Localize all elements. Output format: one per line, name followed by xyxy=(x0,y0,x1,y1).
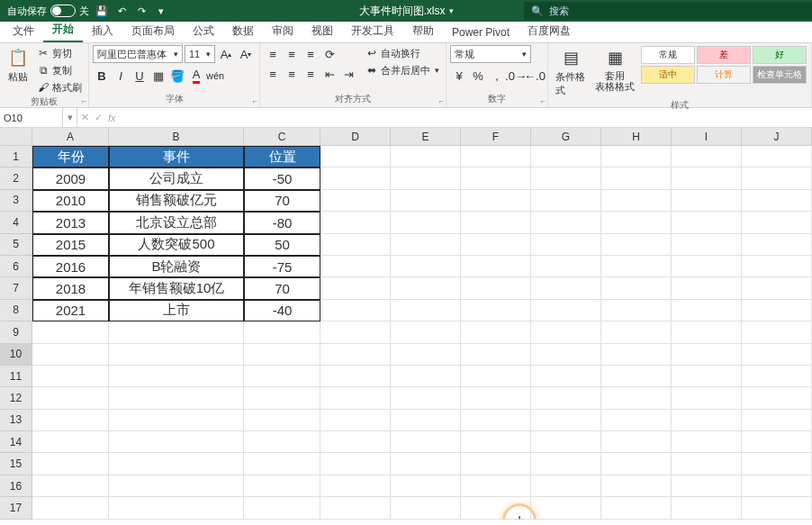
cell-I1[interactable] xyxy=(672,146,742,167)
cell-D5[interactable] xyxy=(320,234,391,256)
cell-E12[interactable] xyxy=(391,387,461,409)
cell-F13[interactable] xyxy=(461,410,531,431)
cell-J5[interactable] xyxy=(742,234,812,256)
cell-E8[interactable] xyxy=(391,300,461,321)
row-header[interactable]: 10 xyxy=(0,344,32,366)
cell-B15[interactable] xyxy=(109,453,244,475)
cell-F9[interactable] xyxy=(461,321,531,343)
cell-I2[interactable] xyxy=(672,167,742,189)
tab-file[interactable]: 文件 xyxy=(4,20,43,42)
conditional-format-button[interactable]: ▤ 条件格式 xyxy=(552,45,590,99)
cell-A4[interactable]: 2013 xyxy=(32,212,109,233)
cell-G12[interactable] xyxy=(531,387,601,409)
cell-I12[interactable] xyxy=(672,387,742,409)
cell-I10[interactable] xyxy=(672,344,742,366)
row-header[interactable]: 2 xyxy=(0,167,32,189)
cell-B3[interactable]: 销售额破亿元 xyxy=(109,190,244,212)
copy-button[interactable]: ⧉复制 xyxy=(34,62,85,78)
cell-I5[interactable] xyxy=(672,234,742,256)
row-header[interactable]: 14 xyxy=(0,431,32,453)
cell-J4[interactable] xyxy=(742,212,812,233)
row-header[interactable]: 3 xyxy=(0,190,32,212)
font-color-button[interactable]: A xyxy=(187,67,205,85)
cell-H11[interactable] xyxy=(601,366,672,387)
cell-style-accent[interactable]: 适中 xyxy=(641,66,695,84)
save-icon[interactable]: 💾 xyxy=(95,4,109,18)
increase-indent-button[interactable]: ⇥ xyxy=(339,65,357,83)
cell-C13[interactable] xyxy=(244,410,320,431)
cell-F4[interactable] xyxy=(461,212,531,233)
col-header-J[interactable]: J xyxy=(742,128,812,145)
cell-D4[interactable] xyxy=(320,212,391,233)
cell-A16[interactable] xyxy=(32,475,109,497)
cell-H8[interactable] xyxy=(601,300,672,321)
cell-J13[interactable] xyxy=(742,410,812,431)
cell-G13[interactable] xyxy=(531,410,601,431)
search-box[interactable]: 🔍 搜索 xyxy=(524,2,812,20)
cell-F11[interactable] xyxy=(461,366,531,387)
cell-C9[interactable] xyxy=(244,321,320,343)
cell-G14[interactable] xyxy=(531,431,601,453)
cell-J17[interactable] xyxy=(742,497,812,519)
cell-I9[interactable] xyxy=(672,321,742,343)
row-header[interactable]: 7 xyxy=(0,277,32,299)
cell-B14[interactable] xyxy=(109,431,244,453)
merge-center-button[interactable]: ⬌合并后居中▾ xyxy=(363,62,442,78)
cell-E4[interactable] xyxy=(391,212,461,233)
tab-help[interactable]: 帮助 xyxy=(403,20,443,42)
cell-G3[interactable] xyxy=(531,190,601,212)
cell-A5[interactable]: 2015 xyxy=(32,234,109,256)
cell-G1[interactable] xyxy=(531,146,601,167)
autosave-toggle[interactable]: 自动保存 关 xyxy=(7,5,89,18)
tab-review[interactable]: 审阅 xyxy=(263,20,302,42)
cell-C6[interactable]: -75 xyxy=(244,256,320,277)
row-header[interactable]: 9 xyxy=(0,321,32,343)
cell-H16[interactable] xyxy=(601,475,672,497)
cell-I4[interactable] xyxy=(672,212,742,233)
tab-page-layout[interactable]: 页面布局 xyxy=(122,20,184,42)
cell-C17[interactable] xyxy=(244,497,320,519)
cell-G16[interactable] xyxy=(531,475,601,497)
cell-J12[interactable] xyxy=(742,387,812,409)
cell-D8[interactable] xyxy=(320,300,391,321)
cell-H5[interactable] xyxy=(601,234,672,256)
cell-E14[interactable] xyxy=(391,431,461,453)
tab-view[interactable]: 视图 xyxy=(302,20,342,42)
cell-F15[interactable] xyxy=(461,453,531,475)
cell-C8[interactable]: -40 xyxy=(244,300,320,321)
select-all-corner[interactable] xyxy=(0,128,32,145)
cell-C3[interactable]: 70 xyxy=(244,190,320,212)
cell-J14[interactable] xyxy=(742,431,812,453)
cell-A8[interactable]: 2021 xyxy=(32,300,109,321)
cell-D1[interactable] xyxy=(320,146,391,167)
cell-H4[interactable] xyxy=(601,212,672,233)
col-header-E[interactable]: E xyxy=(391,128,461,145)
row-header[interactable]: 6 xyxy=(0,256,32,277)
tab-data[interactable]: 数据 xyxy=(223,20,263,42)
row-header[interactable]: 1 xyxy=(0,146,32,167)
cell-H15[interactable] xyxy=(601,453,672,475)
cell-G4[interactable] xyxy=(531,212,601,233)
tab-home[interactable]: 开始 xyxy=(43,18,83,42)
cell-A1[interactable]: 年份 xyxy=(32,146,109,167)
name-box[interactable]: O10 xyxy=(0,108,63,127)
cell-style-good[interactable]: 好 xyxy=(753,46,807,64)
number-format-combo[interactable]: 常规▾ xyxy=(450,45,531,63)
cell-D9[interactable] xyxy=(320,321,391,343)
cell-C7[interactable]: 70 xyxy=(244,277,320,299)
currency-button[interactable]: ¥ xyxy=(450,67,468,85)
cell-E3[interactable] xyxy=(391,190,461,212)
cell-D12[interactable] xyxy=(320,387,391,409)
tab-developer[interactable]: 开发工具 xyxy=(342,20,403,42)
row-header[interactable]: 16 xyxy=(0,475,32,497)
redo-icon[interactable]: ↷ xyxy=(134,4,149,18)
align-right-button[interactable]: ≡ xyxy=(302,65,320,83)
cell-D3[interactable] xyxy=(320,190,391,212)
cell-E7[interactable] xyxy=(391,277,461,299)
align-bottom-button[interactable]: ≡ xyxy=(302,45,320,63)
cell-H17[interactable] xyxy=(601,497,672,519)
wrap-text-button[interactable]: ↩自动换行 xyxy=(363,45,442,61)
col-header-B[interactable]: B xyxy=(109,128,244,145)
row-header[interactable]: 11 xyxy=(0,366,32,387)
name-box-dropdown[interactable]: ▾ xyxy=(63,108,77,127)
